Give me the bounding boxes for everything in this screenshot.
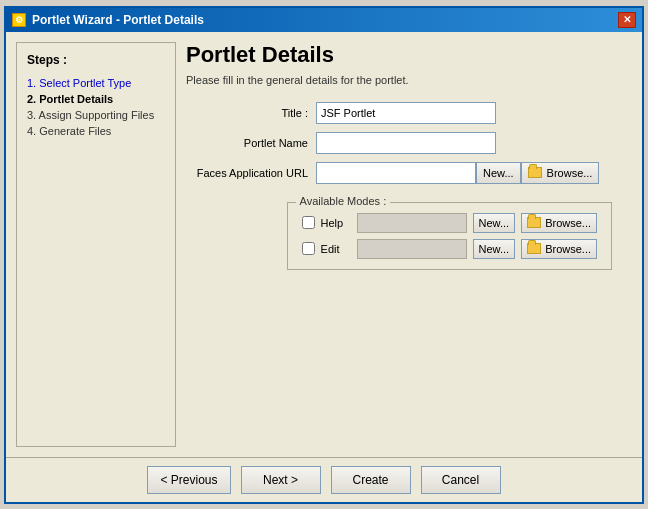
steps-heading: Steps : (27, 53, 165, 67)
faces-url-new-label: New... (483, 167, 514, 179)
edit-label: Edit (321, 243, 351, 255)
main-window: ⚙ Portlet Wizard - Portlet Details ✕ Ste… (4, 6, 644, 504)
portlet-name-row: Portlet Name (186, 132, 632, 154)
previous-button[interactable]: < Previous (147, 466, 230, 494)
folder-icon (528, 167, 542, 178)
edit-browse-button[interactable]: Browse... (521, 239, 597, 259)
portlet-name-label: Portlet Name (186, 137, 316, 149)
window-icon: ⚙ (12, 13, 26, 27)
footer: < Previous Next > Create Cancel (6, 457, 642, 502)
sidebar: Steps : 1. Select Portlet Type 2. Portle… (16, 42, 176, 447)
title-input[interactable] (316, 102, 496, 124)
help-new-label: New... (479, 217, 510, 229)
create-button[interactable]: Create (331, 466, 411, 494)
help-checkbox[interactable] (302, 216, 315, 229)
edit-checkbox[interactable] (302, 242, 315, 255)
help-input[interactable] (357, 213, 467, 233)
main-content: Portlet Details Please fill in the gener… (186, 42, 632, 447)
help-mode-row: Help New... Browse... (302, 213, 597, 233)
faces-url-label: Faces Application URL (186, 167, 316, 179)
help-new-button[interactable]: New... (473, 213, 516, 233)
faces-url-browse-button[interactable]: Browse... (521, 162, 600, 184)
close-button[interactable]: ✕ (618, 12, 636, 28)
portlet-name-input[interactable] (316, 132, 496, 154)
help-label: Help (321, 217, 351, 229)
faces-url-input[interactable] (316, 162, 476, 184)
page-subtitle: Please fill in the general details for t… (186, 74, 632, 86)
page-title: Portlet Details (186, 42, 632, 68)
edit-new-button[interactable]: New... (473, 239, 516, 259)
help-browse-button[interactable]: Browse... (521, 213, 597, 233)
next-button[interactable]: Next > (241, 466, 321, 494)
edit-browse-label: Browse... (545, 243, 591, 255)
sidebar-item-select-portlet-type[interactable]: 1. Select Portlet Type (27, 75, 165, 91)
content-area: Steps : 1. Select Portlet Type 2. Portle… (6, 32, 642, 457)
faces-url-browse-label: Browse... (547, 167, 593, 179)
edit-input[interactable] (357, 239, 467, 259)
title-row: Title : (186, 102, 632, 124)
title-label: Title : (186, 107, 316, 119)
sidebar-item-portlet-details: 2. Portlet Details (27, 91, 165, 107)
titlebar: ⚙ Portlet Wizard - Portlet Details ✕ (6, 8, 642, 32)
edit-folder-icon (527, 243, 541, 254)
cancel-button[interactable]: Cancel (421, 466, 501, 494)
window-title: Portlet Wizard - Portlet Details (32, 13, 204, 27)
edit-new-label: New... (479, 243, 510, 255)
edit-mode-row: Edit New... Browse... (302, 239, 597, 259)
available-modes-legend: Available Modes : (296, 195, 391, 207)
help-browse-label: Browse... (545, 217, 591, 229)
available-modes-panel: Available Modes : Help New... Browse... (287, 202, 612, 270)
faces-url-new-button[interactable]: New... (476, 162, 521, 184)
sidebar-item-assign-supporting-files: 3. Assign Supporting Files (27, 107, 165, 123)
titlebar-left: ⚙ Portlet Wizard - Portlet Details (12, 13, 204, 27)
faces-url-row: Faces Application URL New... Browse... (186, 162, 632, 184)
help-folder-icon (527, 217, 541, 228)
sidebar-item-generate-files: 4. Generate Files (27, 123, 165, 139)
